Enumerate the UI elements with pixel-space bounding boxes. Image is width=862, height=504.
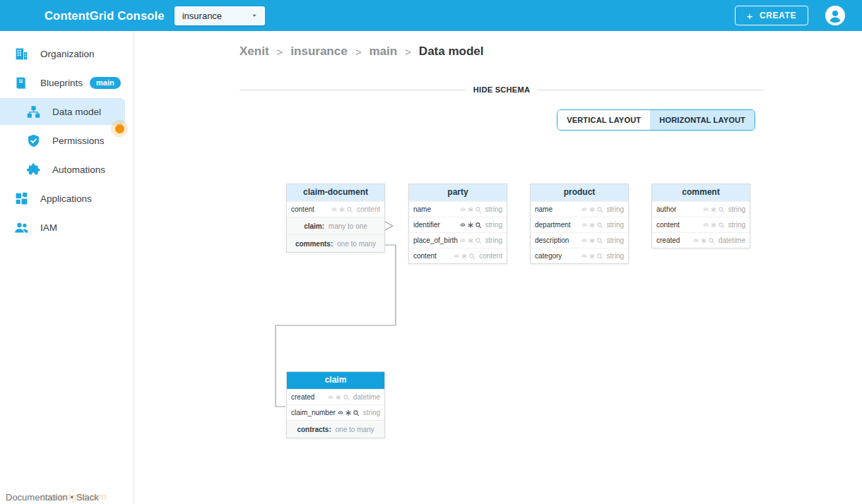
attribute-type: string — [607, 236, 624, 244]
required-icon — [710, 222, 717, 229]
attribute-row[interactable]: namestring — [409, 201, 507, 217]
unique-icon — [337, 409, 344, 416]
unique-icon — [331, 206, 338, 213]
unique-icon — [702, 206, 709, 213]
person-icon — [827, 7, 844, 24]
sidebar-item-permissions[interactable]: Permissions — [0, 127, 125, 154]
relation-name: comments: — [295, 240, 333, 248]
searchable-icon — [353, 409, 360, 416]
attribute-name: identifier — [413, 221, 440, 229]
sidebar-item-label: Blueprints — [40, 78, 83, 88]
unique-icon — [581, 253, 588, 260]
searchable-icon — [475, 222, 482, 229]
sidebar-item-applications[interactable]: Applications — [0, 185, 125, 212]
attribute-row[interactable]: namestring — [531, 201, 628, 217]
entity-claim[interactable]: claimcreateddatetimeclaim_numberstringco… — [286, 371, 385, 438]
sidebar-item-blueprints[interactable]: Blueprintsmain — [0, 69, 125, 96]
footer-link-documentation[interactable]: Documentation — [6, 492, 67, 503]
required-icon — [589, 237, 596, 244]
unique-icon — [459, 237, 466, 244]
attribute-row[interactable]: departmentstring — [531, 217, 628, 232]
attribute-row[interactable]: createddatetime — [287, 389, 384, 404]
required-icon — [700, 237, 707, 244]
edge-arrow-icon — [385, 222, 393, 230]
attribute-flags — [581, 206, 603, 213]
attribute-type: datetime — [719, 236, 745, 244]
project-selector-value: insurance — [182, 11, 222, 21]
attribute-row[interactable]: descriptionstring — [531, 232, 628, 248]
sidebar-item-data-model[interactable]: Data model — [0, 98, 125, 125]
entity-header[interactable]: comment — [652, 184, 750, 201]
entity-header[interactable]: party — [409, 184, 507, 201]
required-icon — [335, 394, 342, 401]
sidebar-item-label: Applications — [40, 193, 92, 204]
sidebar-item-automations[interactable]: Automations — [0, 156, 125, 183]
attribute-flags — [581, 222, 603, 229]
create-button[interactable]: + CREATE — [735, 6, 808, 25]
entity-header[interactable]: claim-document — [287, 184, 384, 201]
attribute-type: string — [485, 221, 502, 229]
blueprints-icon — [14, 76, 29, 90]
relation-row[interactable]: claim: many to one — [287, 217, 384, 234]
top-bar: ContentGrid Console insurance + CREATE — [0, 0, 862, 31]
searchable-icon — [596, 237, 603, 244]
attribute-flags — [459, 206, 482, 213]
entity-comment[interactable]: commentauthorstringcontentstringcreatedd… — [651, 184, 750, 248]
relation-name: claim: — [304, 222, 324, 230]
chevron-down-icon — [249, 11, 259, 20]
entity-claim-document[interactable]: claim-documentcontentcontentclaim: many … — [286, 184, 385, 253]
required-icon — [589, 222, 596, 229]
searchable-icon — [475, 206, 482, 213]
attribute-row[interactable]: place_of_birthstring — [409, 232, 507, 248]
entity-header[interactable]: claim — [287, 372, 384, 389]
attribute-row[interactable]: categorystring — [531, 248, 628, 263]
relation-cardinality: one to many — [335, 240, 376, 248]
attribute-row[interactable]: createddatetime — [652, 232, 750, 248]
searchable-icon — [708, 237, 715, 244]
entity-header[interactable]: product — [531, 184, 628, 201]
attribute-name: claim_number — [291, 409, 336, 416]
relation-row[interactable]: contracts: one to many — [287, 420, 384, 438]
relation-row[interactable]: comments: one to many — [287, 234, 384, 252]
entity-product[interactable]: productnamestringdepartmentstringdescrip… — [530, 184, 629, 264]
attribute-row[interactable]: authorstring — [652, 201, 750, 217]
plus-icon: + — [747, 11, 753, 21]
required-icon — [338, 206, 346, 213]
sidebar-item-label: Organization — [40, 49, 95, 59]
attribute-flags — [702, 206, 725, 213]
attribute-name: name — [413, 205, 431, 213]
sidebar-nav: OrganizationBlueprintsmainData modelPerm… — [0, 31, 134, 241]
project-selector[interactable]: insurance — [175, 6, 265, 25]
attribute-name: department — [535, 221, 571, 229]
attribute-row[interactable]: claim_numberstring — [287, 404, 384, 420]
attribute-type: string — [728, 205, 745, 213]
attribute-type: datetime — [353, 393, 380, 401]
attribute-flags — [459, 222, 482, 229]
attribute-type: content — [479, 252, 502, 260]
sidebar-item-organization[interactable]: Organization — [0, 40, 125, 67]
attribute-row[interactable]: contentcontent — [409, 248, 507, 263]
entity-party[interactable]: partynamestringidentifierstringplace_of_… — [408, 184, 507, 264]
attribute-type: string — [485, 236, 502, 244]
sidebar: OrganizationBlueprintsmainData modelPerm… — [0, 31, 134, 504]
user-avatar[interactable] — [825, 6, 845, 25]
attribute-type: content — [357, 205, 380, 213]
sidebar-item-label: IAM — [40, 222, 57, 233]
attribute-row[interactable]: contentstring — [652, 217, 750, 232]
sidebar-item-iam[interactable]: IAM — [0, 214, 125, 241]
unique-icon — [692, 237, 699, 244]
attribute-row[interactable]: identifierstring — [409, 217, 507, 232]
attribute-name: created — [291, 393, 314, 401]
footer-link-slack[interactable]: Slack — [76, 492, 99, 503]
attribute-row[interactable]: contentcontent — [287, 201, 384, 217]
attribute-name: place_of_birth — [413, 236, 458, 244]
searchable-icon — [596, 222, 603, 229]
attribute-type: string — [607, 221, 624, 229]
relation-cardinality: one to many — [333, 426, 374, 433]
attribute-name: created — [656, 236, 680, 244]
iam-icon — [14, 220, 29, 235]
attribute-flags — [702, 222, 725, 229]
notification-dot — [111, 120, 128, 137]
attribute-type: string — [485, 205, 502, 213]
attribute-type: string — [607, 205, 624, 213]
